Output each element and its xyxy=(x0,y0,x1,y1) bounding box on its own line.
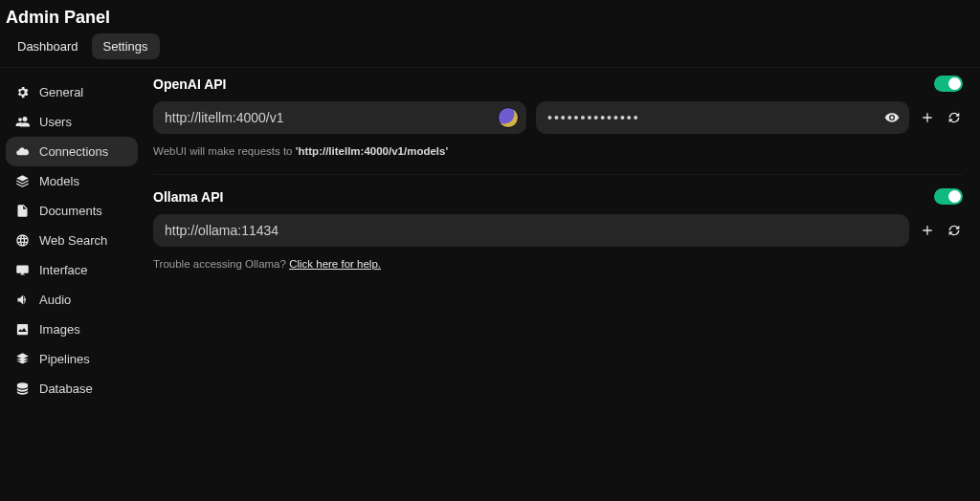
page-title: Admin Panel xyxy=(6,8,976,28)
layers-icon xyxy=(15,352,30,366)
cloud-icon xyxy=(15,144,30,159)
plus-icon xyxy=(920,110,935,125)
refresh-openai-button[interactable] xyxy=(946,109,963,126)
sidebar-item-label: Web Search xyxy=(39,233,107,248)
openai-key-input[interactable] xyxy=(536,101,909,134)
sidebar-item-web-search[interactable]: Web Search xyxy=(6,226,138,255)
stack-icon xyxy=(15,174,30,188)
ollama-url-input[interactable] xyxy=(153,214,909,247)
sidebar-item-label: Database xyxy=(39,381,93,396)
sidebar-item-label: Connections xyxy=(39,144,108,159)
sidebar-item-general[interactable]: General xyxy=(6,77,138,107)
sidebar-item-label: Images xyxy=(39,322,80,337)
refresh-icon xyxy=(947,223,962,238)
sidebar-item-pipelines[interactable]: Pipelines xyxy=(6,344,138,374)
sidebar-item-label: Pipelines xyxy=(39,352,90,366)
sidebar-item-models[interactable]: Models xyxy=(6,166,138,196)
plus-icon xyxy=(920,223,935,238)
ollama-toggle[interactable] xyxy=(934,188,963,205)
section-divider xyxy=(153,174,963,175)
ollama-help-link[interactable]: Click here for help. xyxy=(289,258,381,270)
sidebar-item-label: Users xyxy=(39,115,72,129)
refresh-icon xyxy=(947,110,962,125)
monitor-icon xyxy=(15,263,30,277)
add-openai-button[interactable] xyxy=(919,109,936,126)
sidebar-item-database[interactable]: Database xyxy=(6,374,138,403)
sidebar-item-label: General xyxy=(39,85,83,99)
sidebar-item-connections[interactable]: Connections xyxy=(6,137,138,166)
openai-toggle[interactable] xyxy=(934,76,963,92)
sidebar-item-label: Interface xyxy=(39,263,88,277)
openai-section-title: OpenAI API xyxy=(153,76,227,92)
image-icon xyxy=(15,322,30,337)
tab-settings[interactable]: Settings xyxy=(92,33,160,59)
reveal-key-button[interactable] xyxy=(882,108,902,127)
sidebar-item-interface[interactable]: Interface xyxy=(6,255,138,285)
tab-dashboard[interactable]: Dashboard xyxy=(6,33,90,59)
globe-icon xyxy=(15,233,30,248)
sidebar-item-label: Audio xyxy=(39,293,71,307)
document-icon xyxy=(15,204,30,218)
eye-icon xyxy=(884,110,900,125)
ollama-section-title: Ollama API xyxy=(153,189,223,205)
sidebar-item-images[interactable]: Images xyxy=(6,315,138,344)
sidebar-item-audio[interactable]: Audio xyxy=(6,285,138,315)
database-icon xyxy=(15,381,30,396)
sidebar: General Users Connections Models Documen… xyxy=(0,68,144,501)
gear-icon xyxy=(15,85,30,99)
sidebar-item-label: Documents xyxy=(39,204,102,218)
openai-url-input[interactable] xyxy=(153,101,526,134)
main-content: OpenAI API xyxy=(144,68,980,501)
sidebar-item-users[interactable]: Users xyxy=(6,107,138,137)
provider-badge-icon xyxy=(498,107,519,128)
sidebar-item-documents[interactable]: Documents xyxy=(6,196,138,226)
ollama-help-text: Trouble accessing Ollama? Click here for… xyxy=(153,258,963,270)
users-icon xyxy=(15,115,30,129)
audio-icon xyxy=(15,293,30,307)
add-ollama-button[interactable] xyxy=(919,222,936,239)
openai-hint: WebUI will make requests to 'http://lite… xyxy=(153,145,963,157)
sidebar-item-label: Models xyxy=(39,174,79,188)
refresh-ollama-button[interactable] xyxy=(946,222,963,239)
